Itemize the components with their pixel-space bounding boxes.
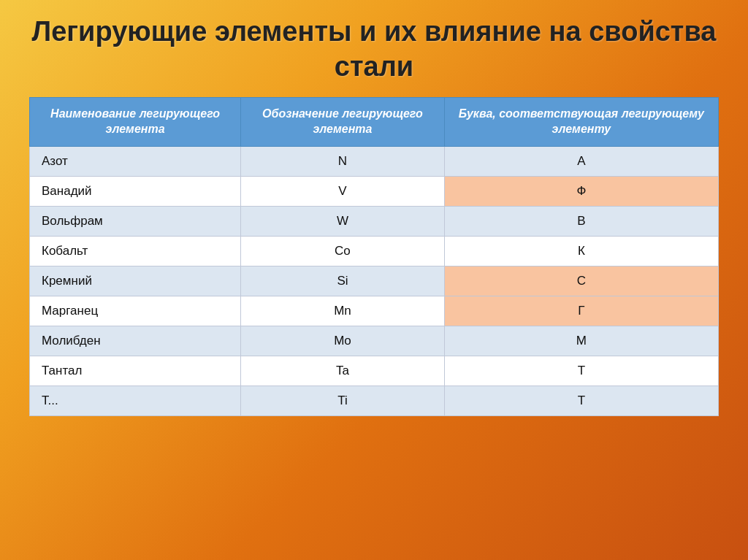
cell-symbol: Co — [241, 236, 445, 266]
cell-symbol: Ta — [241, 356, 445, 386]
cell-name: Тантал — [30, 356, 241, 386]
cell-letter: М — [444, 326, 718, 356]
table-row: ТанталTaТ — [30, 356, 719, 386]
header-letter: Буква, соответствующая легирующему элеме… — [444, 98, 718, 147]
cell-name: Вольфрам — [30, 206, 241, 236]
cell-name: Кобальт — [30, 236, 241, 266]
cell-symbol: Si — [241, 266, 445, 296]
cell-name: Марганец — [30, 296, 241, 326]
header-name: Наименование легирующего элемента — [30, 98, 241, 147]
table-row: ВанадийVФ — [30, 176, 719, 206]
cell-symbol: Ti — [241, 386, 445, 415]
cell-name: Молибден — [30, 326, 241, 356]
elements-table: Наименование легирующего элемента Обозна… — [29, 97, 719, 416]
table-row: ВольфрамWВ — [30, 206, 719, 236]
cell-letter: Т — [444, 356, 718, 386]
page-title: Легирующие элементы и их влияние на свой… — [29, 15, 719, 84]
cell-symbol: N — [241, 146, 445, 176]
cell-name: Азот — [30, 146, 241, 176]
cell-letter: Ф — [444, 176, 718, 206]
table-row: КобальтCoК — [30, 236, 719, 266]
table-row: Т...TiТ — [30, 386, 719, 415]
cell-letter: Т — [444, 386, 718, 415]
cell-symbol: Mo — [241, 326, 445, 356]
cell-letter: С — [444, 266, 718, 296]
cell-letter: А — [444, 146, 718, 176]
table-row: АзотNА — [30, 146, 719, 176]
cell-letter: К — [444, 236, 718, 266]
cell-name: Кремний — [30, 266, 241, 296]
cell-symbol: Mn — [241, 296, 445, 326]
cell-name: Ванадий — [30, 176, 241, 206]
cell-letter: Г — [444, 296, 718, 326]
cell-name: Т... — [30, 386, 241, 415]
cell-symbol: W — [241, 206, 445, 236]
cell-symbol: V — [241, 176, 445, 206]
cell-letter: В — [444, 206, 718, 236]
table-row: МарганецMnГ — [30, 296, 719, 326]
table-header-row: Наименование легирующего элемента Обозна… — [30, 98, 719, 147]
table-row: КремнийSiС — [30, 266, 719, 296]
table-row: МолибденMoМ — [30, 326, 719, 356]
header-symbol: Обозначение легирующего элемента — [241, 98, 445, 147]
content-wrapper: Легирующие элементы и их влияние на свой… — [0, 0, 748, 431]
